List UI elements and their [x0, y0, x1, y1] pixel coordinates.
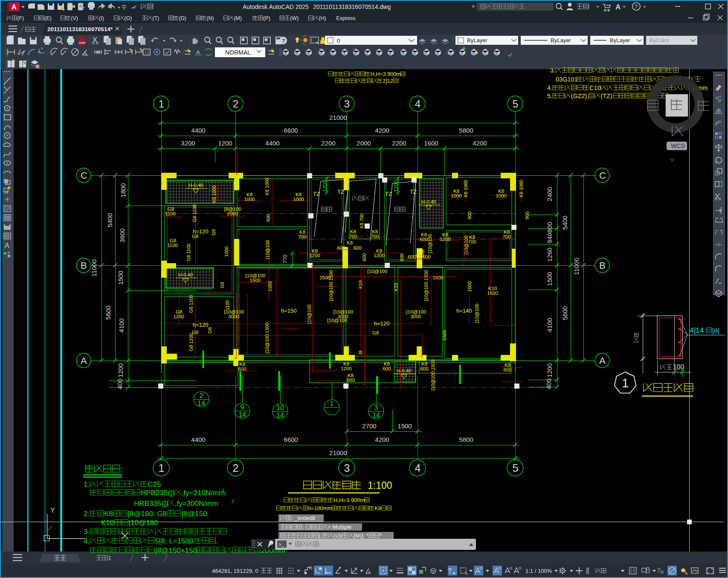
- svg-text:1200: 1200: [546, 363, 553, 377]
- svg-text:2: 2: [222, 488, 224, 493]
- svg-text:[10@100: [10@100: [265, 240, 270, 259]
- svg-text:4: 4: [415, 98, 421, 110]
- svg-text:[10@100: [10@100: [327, 318, 347, 323]
- svg-text::: :: [121, 464, 123, 474]
- svg-text:4400: 4400: [191, 127, 205, 134]
- svg-text:ByColor: ByColor: [650, 37, 670, 44]
- svg-text:2: 2: [233, 98, 238, 110]
- svg-text:900: 900: [525, 212, 530, 219]
- svg-text:1500: 1500: [467, 282, 472, 292]
- svg-text:(V): (V): [71, 15, 78, 21]
- svg-text:h=100mm: h=100mm: [308, 505, 332, 511]
- svg-text:(O): (O): [124, 15, 132, 21]
- svg-text:1500: 1500: [249, 278, 261, 283]
- svg-text:B: B: [599, 260, 606, 271]
- svg-text:2: 2: [233, 462, 239, 474]
- svg-text:3600: 3600: [119, 228, 126, 242]
- svg-text:464281, 151229, 0: 464281, 151229, 0: [212, 568, 258, 574]
- svg-text:5[8, L=1500: 5[8, L=1500: [155, 537, 193, 545]
- svg-text:G8: G8: [207, 327, 212, 334]
- svg-text:1000: 1000: [224, 247, 229, 257]
- svg-text:10: 10: [276, 404, 284, 411]
- svg-text:H-0.40: H-0.40: [189, 183, 203, 188]
- svg-text:*: *: [380, 532, 382, 539]
- svg-text:[10@100 1500: [10@100 1500: [328, 270, 334, 301]
- svg-text:+1: +1: [145, 50, 149, 55]
- svg-text:1600: 1600: [424, 139, 438, 147]
- svg-text:Y: Y: [50, 507, 55, 514]
- svg-text:11000: 11000: [573, 258, 580, 275]
- svg-text:C: C: [599, 170, 606, 181]
- svg-text:h=120: h=120: [193, 322, 209, 328]
- svg-text:4400: 4400: [191, 436, 205, 443]
- svg-text:[: [: [319, 532, 321, 539]
- svg-text:H,H=3.900m: H,H=3.900m: [371, 71, 401, 77]
- svg-text:Autodesk AutoCAD 2025: Autodesk AutoCAD 2025: [243, 3, 309, 10]
- svg-text:1500: 1500: [117, 270, 124, 285]
- svg-text:9: 9: [241, 404, 244, 411]
- svg-text:NORMAL: NORMAL: [225, 49, 251, 56]
- svg-text:11000: 11000: [90, 259, 98, 277]
- svg-text:5400: 5400: [106, 213, 113, 227]
- svg-text:[8@150: [8@150: [182, 510, 207, 518]
- svg-text:1800: 1800: [119, 183, 127, 197]
- svg-text:(TZ): (TZ): [601, 93, 612, 99]
- svg-text:4: 4: [415, 462, 421, 474]
- svg-text:14: 14: [238, 411, 246, 418]
- svg-text:G8: G8: [220, 282, 225, 288]
- svg-text:2400: 2400: [546, 187, 553, 201]
- svg-text:600: 600: [408, 254, 416, 259]
- svg-text:5800: 5800: [459, 127, 473, 134]
- svg-text:3: 3: [374, 404, 378, 411]
- svg-text:700: 700: [468, 239, 476, 244]
- svg-text:K8: K8: [374, 505, 381, 511]
- svg-text:1000: 1000: [293, 197, 304, 202]
- svg-text:H-0.40: H-0.40: [421, 199, 436, 204]
- svg-text:600: 600: [346, 378, 354, 383]
- svg-text:G8: G8: [192, 234, 198, 239]
- svg-text:5.: 5.: [547, 93, 552, 99]
- svg-text:ByLayer: ByLayer: [610, 37, 630, 44]
- svg-text:1.: 1.: [84, 480, 90, 488]
- svg-text:DWF: DWF: [79, 41, 86, 44]
- svg-text:A: A: [81, 355, 87, 366]
- svg-text:4100: 4100: [546, 318, 553, 332]
- svg-text:X: X: [41, 47, 43, 50]
- svg-text:H,H=3.900m: H,H=3.900m: [334, 497, 365, 503]
- svg-text:K10: K10: [101, 519, 114, 527]
- svg-text:1: 1: [622, 376, 629, 390]
- svg-text:1000: 1000: [244, 197, 255, 202]
- svg-text:1200: 1200: [173, 314, 184, 319]
- svg-text:2200: 2200: [392, 139, 406, 147]
- svg-text:TZ: TZ: [410, 189, 417, 195]
- svg-text:K8 1000: K8 1000: [264, 178, 270, 195]
- svg-text:A: A: [615, 3, 621, 11]
- svg-text:1200: 1200: [309, 253, 320, 258]
- svg-text:1600: 1600: [487, 290, 498, 296]
- svg-text:600: 600: [399, 253, 404, 261]
- svg-text:(P): (P): [263, 15, 270, 21]
- svg-text:6600: 6600: [284, 436, 298, 443]
- svg-text:ByLayer: ByLayer: [551, 37, 571, 44]
- svg-text:3000: 3000: [410, 314, 421, 319]
- svg-text:K8 1000: K8 1000: [463, 180, 468, 198]
- svg-text:700: 700: [371, 234, 379, 239]
- svg-text:4200: 4200: [375, 436, 389, 443]
- svg-text:3.: 3.: [84, 528, 90, 536]
- svg-text:5: 5: [513, 462, 519, 474]
- svg-text:20111011318316070514.dwg: 20111011318316070514.dwg: [313, 3, 391, 10]
- svg-text:4.: 4.: [547, 84, 552, 91]
- svg-text:(W): (W): [290, 15, 299, 21]
- svg-text:800: 800: [546, 222, 553, 232]
- svg-text:600: 600: [353, 245, 361, 250]
- svg-text:G8 1100: G8 1100: [186, 244, 191, 261]
- svg-text:G8: G8: [211, 229, 216, 235]
- svg-text:H-0.40: H-0.40: [178, 272, 193, 277]
- svg-text:21000: 21000: [329, 449, 347, 456]
- svg-text:H-0.40: H-0.40: [397, 368, 412, 373]
- svg-text:2.: 2.: [84, 510, 90, 518]
- svg-text:.: .: [216, 537, 218, 545]
- svg-text:600: 600: [238, 366, 246, 372]
- svg-text:5: 5: [513, 98, 518, 110]
- svg-text:C25: C25: [148, 480, 161, 488]
